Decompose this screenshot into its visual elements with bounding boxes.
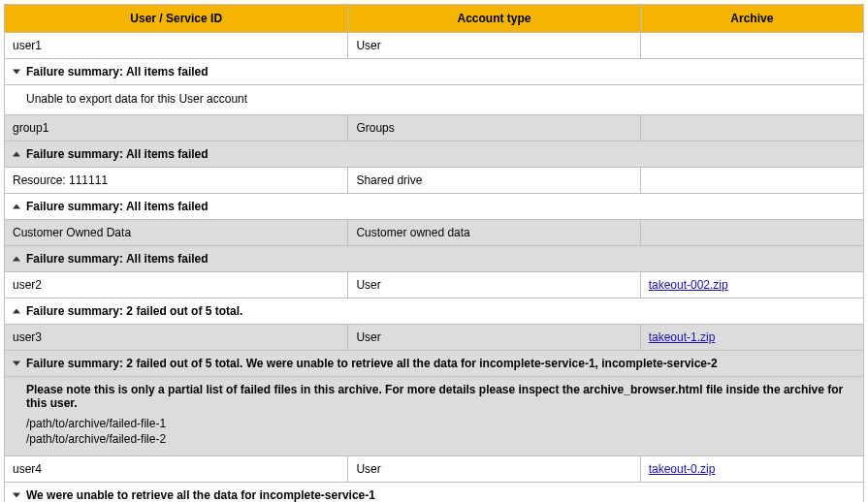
failure-summary-row[interactable]: Failure summary: All items failed xyxy=(5,59,864,85)
table-header-row: User / Service ID Account type Archive xyxy=(5,5,864,33)
table-row: group1Groups xyxy=(5,115,864,141)
caret-up-icon[interactable] xyxy=(13,309,20,314)
failure-summary-row[interactable]: Failure summary: 2 failed out of 5 total… xyxy=(5,298,864,325)
cell-account-type: User xyxy=(348,455,640,482)
table-row: user3Usertakeout-1.zip xyxy=(5,325,864,351)
cell-user-id: user2 xyxy=(5,272,348,298)
table-row: user2Usertakeout-002.zip xyxy=(5,272,864,298)
archive-link[interactable]: takeout-1.zip xyxy=(649,330,716,344)
failure-summary-cell[interactable]: Failure summary: All items failed xyxy=(5,194,864,220)
table-row: Resource: 111111Shared drive xyxy=(5,168,864,194)
caret-down-icon[interactable] xyxy=(13,70,20,75)
cell-archive: takeout-002.zip xyxy=(640,272,863,298)
caret-up-icon[interactable] xyxy=(13,152,20,157)
caret-down-icon[interactable] xyxy=(13,361,20,366)
failure-summary-cell[interactable]: Failure summary: All items failed xyxy=(5,141,864,168)
cell-archive xyxy=(640,168,863,194)
cell-account-type: User xyxy=(348,33,640,59)
failure-summary-row[interactable]: We were unable to retrieve all the data … xyxy=(5,482,864,502)
failure-summary-text: We were unable to retrieve all the data … xyxy=(26,488,375,502)
cell-user-id: group1 xyxy=(5,115,348,141)
failure-summary-row[interactable]: Failure summary: All items failed xyxy=(5,246,864,272)
export-status-table: User / Service ID Account type Archive u… xyxy=(4,4,864,502)
failure-summary-text: Failure summary: All items failed xyxy=(26,147,209,161)
caret-down-icon[interactable] xyxy=(13,492,20,497)
failure-detail-cell: Unable to export data for this User acco… xyxy=(5,85,864,115)
table-row: Customer Owned DataCustomer owned data xyxy=(5,220,864,246)
failure-summary-text: Failure summary: 2 failed out of 5 total… xyxy=(26,304,242,318)
archive-link[interactable]: takeout-0.zip xyxy=(649,462,716,476)
failure-detail-line: Unable to export data for this User acco… xyxy=(26,91,855,107)
failure-summary-cell[interactable]: Failure summary: All items failed xyxy=(5,59,864,85)
cell-archive xyxy=(640,220,863,246)
failure-summary-text: Failure summary: All items failed xyxy=(26,252,209,266)
failure-summary-cell[interactable]: Failure summary: All items failed xyxy=(5,246,864,272)
header-user-id: User / Service ID xyxy=(5,5,348,33)
table-row: user4Usertakeout-0.zip xyxy=(5,455,864,482)
cell-archive: takeout-1.zip xyxy=(640,325,863,351)
failure-summary-text: Failure summary: All items failed xyxy=(26,200,209,213)
header-account-type: Account type xyxy=(348,5,640,33)
failure-detail-row: Please note this is only a partial list … xyxy=(5,377,864,455)
cell-user-id: Resource: 111111 xyxy=(5,168,348,194)
cell-user-id: Customer Owned Data xyxy=(5,220,348,246)
cell-archive xyxy=(640,33,863,59)
cell-account-type: User xyxy=(348,272,640,298)
caret-up-icon[interactable] xyxy=(13,257,20,262)
cell-account-type: Groups xyxy=(348,115,640,141)
cell-account-type: Customer owned data xyxy=(348,220,640,246)
failure-summary-cell[interactable]: Failure summary: 2 failed out of 5 total… xyxy=(5,351,864,377)
failure-summary-row[interactable]: Failure summary: 2 failed out of 5 total… xyxy=(5,351,864,377)
cell-account-type: Shared drive xyxy=(348,168,640,194)
failure-detail-row: Unable to export data for this User acco… xyxy=(5,85,864,115)
failure-summary-text: Failure summary: All items failed xyxy=(26,65,209,78)
failure-detail-note: Please note this is only a partial list … xyxy=(26,383,855,410)
cell-user-id: user4 xyxy=(5,455,348,482)
header-archive: Archive xyxy=(640,5,863,33)
cell-user-id: user1 xyxy=(5,33,348,59)
archive-link[interactable]: takeout-002.zip xyxy=(649,278,728,292)
cell-archive: takeout-0.zip xyxy=(640,455,863,482)
failure-summary-cell[interactable]: Failure summary: 2 failed out of 5 total… xyxy=(5,298,864,325)
caret-up-icon[interactable] xyxy=(13,204,20,209)
cell-account-type: User xyxy=(348,325,640,351)
failure-summary-row[interactable]: Failure summary: All items failed xyxy=(5,194,864,220)
failure-summary-cell[interactable]: We were unable to retrieve all the data … xyxy=(5,482,864,502)
failure-summary-text: Failure summary: 2 failed out of 5 total… xyxy=(26,357,718,370)
cell-user-id: user3 xyxy=(5,325,348,351)
table-row: user1User xyxy=(5,33,864,59)
failure-detail-cell: Please note this is only a partial list … xyxy=(5,377,864,455)
failure-summary-row[interactable]: Failure summary: All items failed xyxy=(5,141,864,168)
failure-detail-line: /path/to/archive/failed-file-2 xyxy=(26,431,855,447)
failure-detail-line: /path/to/archive/failed-file-1 xyxy=(26,416,855,431)
cell-archive xyxy=(640,115,863,141)
